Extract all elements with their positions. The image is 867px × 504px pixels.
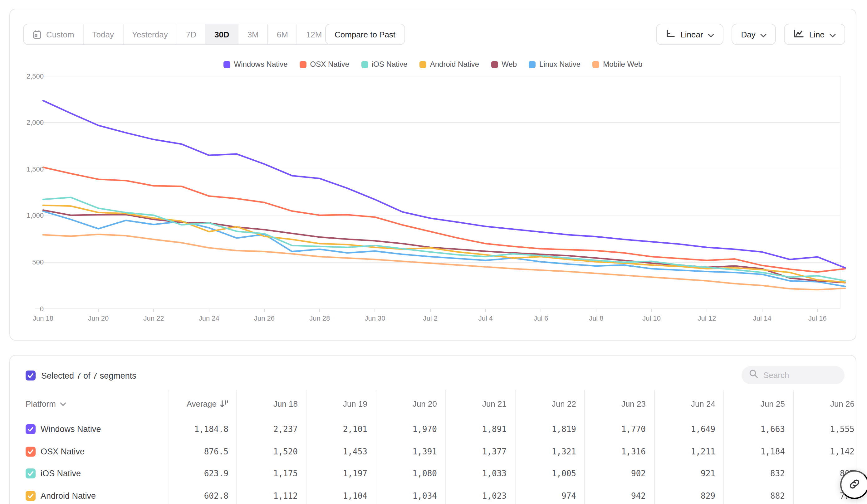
- day-value: 1,321: [514, 447, 576, 456]
- average-value: 1,184.8: [166, 425, 228, 434]
- table-row-android-native[interactable]: Android Native602.81,1121,1041,0341,0239…: [10, 484, 856, 504]
- day-column-header-jun-25[interactable]: Jun 25: [729, 399, 785, 408]
- table-row-osx-native[interactable]: OSX Native876.51,5201,4531,3911,3771,321…: [10, 440, 856, 462]
- x-axis-tick-label: Jul 12: [682, 314, 732, 322]
- x-axis-tick-label: Jun 18: [18, 314, 68, 322]
- x-axis-tick-label: Jul 16: [792, 314, 842, 322]
- day-value: 1,033: [444, 469, 506, 478]
- day-value: 921: [653, 469, 715, 478]
- x-axis-tick-label: Jun 28: [295, 314, 344, 322]
- day-value: 1,080: [375, 469, 437, 478]
- x-axis-tick-label: Jul 8: [571, 314, 621, 322]
- day-value: 1,142: [792, 447, 855, 456]
- segment-label: Windows Native: [41, 425, 101, 434]
- day-column-header-jun-26[interactable]: Jun 26: [798, 399, 855, 408]
- x-axis-tick-label: Jul 4: [461, 314, 511, 322]
- segment-checkbox[interactable]: [25, 446, 35, 456]
- day-value: 2,101: [305, 425, 367, 434]
- day-value: 942: [583, 491, 646, 500]
- x-axis-tick-label: Jul 10: [627, 314, 677, 322]
- x-axis-tick-label: Jul 6: [516, 314, 566, 322]
- day-value: 1,649: [653, 425, 715, 434]
- day-value: 1,104: [305, 491, 367, 500]
- day-value: 1,891: [444, 425, 506, 434]
- day-value: 1,555: [792, 425, 855, 434]
- series-line-windows-native[interactable]: [43, 100, 845, 267]
- x-axis-tick-label: Jun 26: [239, 314, 289, 322]
- day-value: 1,316: [583, 447, 646, 456]
- x-axis-tick-label: Jun 24: [184, 314, 234, 322]
- day-value: 1,034: [375, 491, 437, 500]
- day-column-header-jun-18[interactable]: Jun 18: [242, 399, 298, 408]
- day-value: 1,819: [514, 425, 576, 434]
- day-value: 1,197: [305, 469, 367, 478]
- day-value: 1,970: [375, 425, 437, 434]
- search-input[interactable]: [763, 371, 832, 380]
- chart-card: CustomTodayYesterday7D30D3M6M12M Compare…: [9, 9, 856, 341]
- day-value: 1,663: [722, 425, 785, 434]
- day-value: 1,520: [235, 447, 298, 456]
- search-icon: [749, 369, 758, 381]
- day-value: 1,175: [235, 469, 298, 478]
- average-column-header[interactable]: Average: [173, 399, 228, 408]
- selected-segments-label: Selected 7 of 7 segments: [41, 371, 136, 380]
- day-value: 829: [653, 491, 715, 500]
- average-header-label: Average: [186, 399, 217, 408]
- platform-column-header[interactable]: Platform: [25, 399, 66, 408]
- line-chart[interactable]: 05001,0001,5002,0002,500 Jun 18Jun 20Jun…: [10, 9, 857, 341]
- y-axis-tick-label: 0: [15, 305, 44, 312]
- x-axis-tick-label: Jun 30: [350, 314, 400, 322]
- day-value: 1,211: [653, 447, 715, 456]
- y-axis-tick-label: 1,500: [15, 165, 44, 173]
- y-axis-tick-label: 2,500: [15, 72, 44, 79]
- table-row-windows-native[interactable]: Windows Native1,184.82,2372,1011,9701,89…: [10, 418, 856, 440]
- segment-search-box[interactable]: [741, 366, 845, 384]
- select-all-checkbox[interactable]: [25, 371, 35, 381]
- day-column-header-jun-22[interactable]: Jun 22: [520, 399, 576, 408]
- day-value: 1,391: [375, 447, 437, 456]
- segment-label: iOS Native: [41, 469, 81, 478]
- share-link-button[interactable]: [840, 470, 867, 499]
- insights-dashboard: CustomTodayYesterday7D30D3M6M12M Compare…: [0, 0, 867, 504]
- x-axis-tick-label: Jun 20: [73, 314, 123, 322]
- table-row-ios-native[interactable]: iOS Native623.91,1751,1971,0801,0331,005…: [10, 462, 856, 485]
- platform-header-label: Platform: [25, 399, 56, 408]
- segment-checkbox[interactable]: [25, 424, 35, 434]
- y-axis-tick-label: 500: [15, 258, 44, 266]
- day-value: 1,377: [444, 447, 506, 456]
- segments-table-card: Selected 7 of 7 segments PlatformAverage…: [9, 355, 856, 504]
- link-icon: [848, 478, 861, 492]
- series-line-ios-native[interactable]: [43, 197, 845, 281]
- segment-label: OSX Native: [41, 447, 85, 456]
- day-value: 1,184: [722, 447, 785, 456]
- segment-label: Android Native: [41, 491, 96, 500]
- x-axis-tick-label: Jul 2: [405, 314, 455, 322]
- day-column-header-jun-24[interactable]: Jun 24: [659, 399, 715, 408]
- day-value: 2,237: [235, 425, 298, 434]
- day-value: 974: [514, 491, 576, 500]
- x-axis-tick-label: Jul 14: [737, 314, 787, 322]
- chevron-down-icon: [60, 402, 66, 406]
- day-value: 1,453: [305, 447, 367, 456]
- day-value: 902: [583, 469, 646, 478]
- day-value: 1,770: [583, 425, 646, 434]
- chart-canvas: [10, 9, 857, 341]
- sort-descending-icon: [220, 400, 228, 408]
- day-value: 1,112: [235, 491, 298, 500]
- series-line-android-native[interactable]: [43, 205, 845, 282]
- average-value: 602.8: [166, 491, 228, 500]
- day-column-header-jun-21[interactable]: Jun 21: [450, 399, 506, 408]
- check-icon: [27, 372, 34, 379]
- x-axis-tick-label: Jun 22: [129, 314, 179, 322]
- day-value: 882: [722, 491, 785, 500]
- day-column-header-jun-23[interactable]: Jun 23: [590, 399, 646, 408]
- segment-checkbox[interactable]: [25, 469, 35, 479]
- day-value: 1,023: [444, 491, 506, 500]
- y-axis-tick-label: 2,000: [15, 119, 44, 126]
- average-value: 876.5: [166, 447, 228, 456]
- segment-checkbox[interactable]: [25, 491, 35, 501]
- day-column-header-jun-19[interactable]: Jun 19: [311, 399, 367, 408]
- day-column-header-jun-20[interactable]: Jun 20: [381, 399, 437, 408]
- segments-selected-row: Selected 7 of 7 segments: [25, 371, 136, 381]
- average-value: 623.9: [166, 469, 228, 478]
